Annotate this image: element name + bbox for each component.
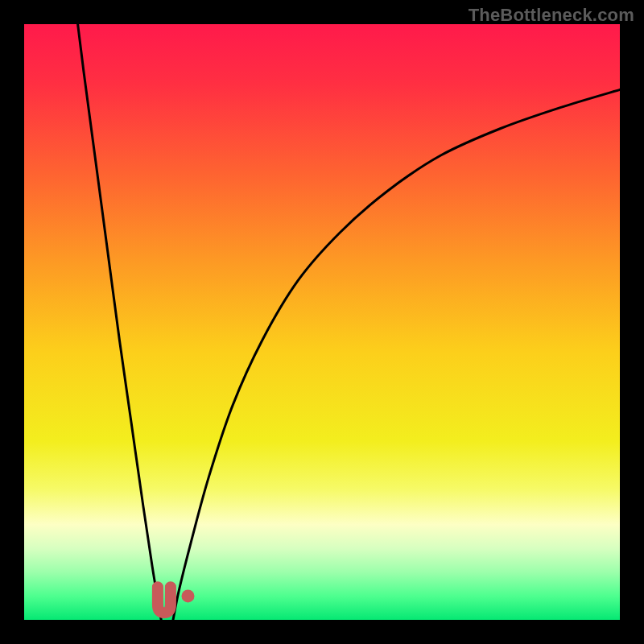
min-marker-U xyxy=(158,587,171,613)
chart-frame: TheBottleneck.com xyxy=(0,0,644,644)
left-branch-curve xyxy=(78,24,162,620)
curve-layer xyxy=(24,24,620,620)
right-branch-curve xyxy=(173,89,620,620)
plot-area xyxy=(24,24,620,620)
min-marker-dot xyxy=(182,589,195,602)
watermark-text: TheBottleneck.com xyxy=(469,5,634,26)
